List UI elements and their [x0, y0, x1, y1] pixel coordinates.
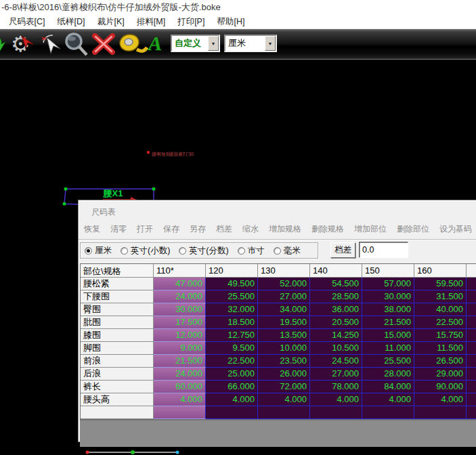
dialog-toolbar-item[interactable]: 打开 [137, 223, 153, 235]
text-tool-icon[interactable]: A [148, 29, 162, 58]
delete-icon[interactable] [91, 33, 117, 59]
size-header-cell[interactable]: 130 [258, 264, 310, 278]
dialog-toolbar-item[interactable]: 清零 [110, 223, 127, 235]
size-value-cell[interactable] [206, 406, 258, 419]
menu-item[interactable]: 打印[P] [171, 15, 211, 28]
part-label-cell[interactable]: 肶围 [81, 316, 154, 329]
size-value-cell[interactable]: 25.000 [206, 368, 258, 381]
size-value-cell[interactable]: 4.000 [414, 393, 467, 406]
dialog-toolbar-item[interactable]: 设为基码 [439, 223, 472, 235]
part-label-cell[interactable]: 下腰围 [81, 290, 154, 303]
size-value-cell[interactable]: 52.000 [258, 278, 310, 290]
size-value-cell[interactable]: 11.000 [362, 342, 414, 355]
size-value-cell[interactable] [467, 355, 476, 368]
size-value-cell[interactable]: 60.000 [154, 381, 206, 393]
size-value-cell[interactable]: 34.000 [258, 303, 310, 316]
size-value-cell[interactable] [467, 290, 476, 303]
size-value-cell[interactable]: 24.000 [154, 368, 206, 381]
chevron-down-icon[interactable]: ▼ [208, 36, 219, 51]
size-value-cell[interactable]: 15.750 [414, 329, 467, 342]
chevron-down-icon[interactable]: ▼ [265, 36, 276, 51]
dialog-toolbar-item[interactable]: 增加规格 [269, 223, 301, 235]
size-value-cell[interactable]: 27.000 [310, 368, 362, 381]
size-value-cell[interactable]: 30.000 [362, 290, 414, 303]
size-value-cell[interactable]: 21.500 [154, 355, 206, 368]
menu-item[interactable]: 尺码表[C] [3, 15, 51, 28]
radio-icon[interactable] [121, 247, 128, 255]
radio-icon[interactable] [179, 247, 186, 255]
size-value-cell[interactable]: 27.000 [258, 290, 310, 303]
size-value-cell[interactable]: 11.500 [414, 342, 467, 355]
custom-combo[interactable]: 自定义 ▼ [171, 35, 220, 52]
size-header-cell[interactable]: 120 [206, 264, 258, 278]
tape-measure-icon[interactable] [118, 32, 149, 61]
size-value-cell[interactable]: 66.000 [206, 381, 258, 393]
size-value-cell[interactable]: 25.500 [206, 290, 258, 303]
part-label-cell[interactable]: 膝围 [81, 329, 154, 342]
size-value-cell[interactable]: 40.000 [414, 303, 467, 316]
size-value-cell[interactable]: 20.500 [310, 316, 362, 329]
dialog-toolbar-item[interactable]: 增加部位 [354, 223, 387, 235]
size-value-cell[interactable]: 22.500 [414, 316, 467, 329]
gear-cursor-icon[interactable]: ⚙ [11, 29, 30, 59]
size-value-cell[interactable]: 84.000 [362, 381, 414, 393]
size-value-cell[interactable]: 13.500 [258, 329, 310, 342]
size-value-cell[interactable]: 10.000 [258, 342, 310, 355]
size-value-cell[interactable] [362, 406, 414, 419]
size-value-cell[interactable] [467, 406, 476, 419]
part-label-cell[interactable]: 臀围 [81, 303, 154, 316]
menu-item[interactable]: 排料[M] [131, 15, 171, 28]
dialog-toolbar-item[interactable]: 删除部位 [397, 223, 429, 235]
unit-option[interactable]: 毫米 [274, 245, 301, 257]
size-value-cell[interactable]: 12.000 [154, 329, 206, 342]
size-value-cell[interactable]: 26.000 [258, 368, 310, 381]
size-value-cell[interactable]: 19.500 [258, 316, 310, 329]
size-value-cell[interactable]: 78.000 [310, 381, 362, 393]
size-value-cell[interactable]: 54.500 [310, 278, 362, 290]
size-value-cell[interactable]: 28.000 [362, 368, 414, 381]
size-value-cell[interactable] [258, 406, 310, 419]
size-value-cell[interactable]: 4.000 [206, 393, 258, 406]
zoom-icon[interactable] [64, 32, 90, 61]
size-value-cell[interactable] [467, 278, 476, 290]
size-value-cell[interactable]: 23.500 [258, 355, 310, 368]
size-value-cell[interactable]: 18.500 [206, 316, 258, 329]
size-value-cell[interactable]: 57.000 [362, 278, 414, 290]
size-header-cell[interactable] [467, 264, 476, 278]
size-value-cell[interactable] [467, 316, 476, 329]
part-label-cell[interactable]: 裤长 [81, 381, 154, 393]
size-value-cell[interactable]: 15.000 [362, 329, 414, 342]
size-value-cell[interactable]: 28.500 [310, 290, 362, 303]
size-value-cell[interactable]: 59.500 [414, 278, 467, 290]
radio-icon[interactable] [238, 247, 245, 255]
menu-item[interactable]: 裁片[K] [91, 15, 130, 28]
dialog-toolbar-item[interactable]: 档差 [216, 223, 232, 235]
size-value-cell[interactable]: 36.000 [310, 303, 362, 316]
size-value-cell[interactable]: 31.500 [414, 290, 467, 303]
dialog-toolbar-item[interactable]: 恢复 [84, 223, 100, 235]
dialog-toolbar-item[interactable]: 另存 [190, 223, 206, 235]
part-label-cell[interactable]: 腰头高 [81, 393, 154, 406]
radio-icon[interactable] [85, 247, 92, 255]
size-value-cell[interactable] [414, 406, 467, 419]
size-value-cell[interactable]: 25.500 [362, 355, 414, 368]
size-value-cell[interactable]: 21.500 [362, 316, 414, 329]
size-value-cell[interactable] [467, 329, 476, 342]
grade-input[interactable] [359, 242, 408, 258]
size-value-cell[interactable]: 47.000 [154, 278, 206, 290]
size-value-cell[interactable]: 29.000 [414, 368, 467, 381]
unit-option[interactable]: 英寸(分数) [179, 245, 228, 257]
size-value-cell[interactable] [467, 303, 476, 316]
size-value-cell[interactable]: 12.750 [206, 329, 258, 342]
grade-button[interactable]: 档差 [330, 242, 355, 258]
size-value-cell[interactable]: 4.000 [362, 393, 414, 406]
dialog-toolbar-item[interactable]: 缩水 [242, 223, 259, 235]
menu-item[interactable]: 帮助[H] [211, 15, 251, 28]
size-value-cell[interactable]: 24.500 [310, 355, 362, 368]
select-cursor-icon[interactable] [41, 33, 62, 59]
size-value-cell[interactable]: 4.000 [258, 393, 310, 406]
size-value-cell[interactable]: 10.500 [310, 342, 362, 355]
size-value-cell[interactable] [467, 342, 476, 355]
size-value-cell[interactable]: 9.500 [206, 342, 258, 355]
dialog-toolbar-item[interactable]: 保存 [163, 223, 179, 235]
